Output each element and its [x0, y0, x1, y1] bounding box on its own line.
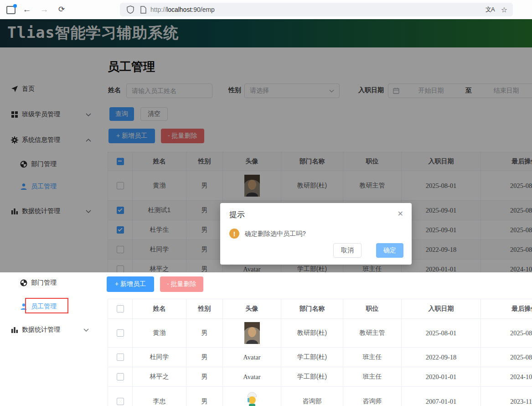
row-checkbox[interactable]	[117, 329, 124, 337]
url-scheme: http://	[150, 6, 166, 13]
cell-dept: 学工部(杜)	[281, 348, 343, 367]
cell-entry: 2020-01-01	[402, 367, 481, 386]
cell-job: 教研主管	[343, 319, 402, 347]
employee-cartoon-avatar	[245, 391, 259, 406]
add-employee-button[interactable]: + 新增员工	[107, 276, 154, 292]
table-header-row: 姓名 性别 头像 部门名称 职位 入职日期 最后操作时间	[108, 299, 532, 319]
cell-updated: 2023-11-17T16	[481, 387, 532, 406]
header-gender: 性别	[186, 299, 223, 318]
main-content: + 新增员工 - 批量删除 姓名 性别 头像 部门名称 职位 入职日期 最后操作…	[99, 272, 532, 406]
cell-job: 班主任	[343, 348, 402, 367]
header-job: 职位	[343, 299, 402, 318]
dialog-message: 确定删除选中员工吗?	[245, 230, 306, 238]
cell-gender: 男	[186, 319, 223, 347]
site-security-shield-icon	[127, 5, 134, 14]
table-row: 黄渤 男 教研部(杜) 教研主管 2025-08-01 2025-08-29T1…	[108, 319, 532, 348]
header-name: 姓名	[133, 299, 186, 318]
table-row: 李忠 男 咨询部 咨询师 2007-01-01 2023-11-17T16	[108, 387, 532, 406]
row-checkbox[interactable]	[117, 354, 124, 361]
row-checkbox[interactable]	[117, 373, 124, 380]
reload-button[interactable]: ⟳	[56, 4, 67, 16]
cell-name: 黄渤	[133, 319, 186, 347]
header-updated: 最后操作时间	[481, 299, 532, 318]
cell-avatar: Avatar	[223, 348, 281, 367]
batch-delete-button[interactable]: - 批量删除	[160, 276, 203, 292]
sidebar-item-label: 部门管理	[31, 279, 57, 287]
row-checkbox[interactable]	[117, 398, 124, 405]
table-row: 杜同学 男 Avatar 学工部(杜) 班主任 2022-09-18 2025-…	[108, 348, 532, 367]
cell-name: 杜同学	[133, 348, 186, 367]
browser-toolbar: ← → ⟳ http://localhost:90/emp 文A ☆	[0, 0, 532, 20]
bookmark-star-icon[interactable]: ☆	[501, 5, 507, 14]
cell-dept: 咨询部	[281, 387, 343, 406]
header-entry: 入职日期	[402, 299, 481, 318]
page-icon	[140, 6, 146, 14]
cell-dept: 教研部(杜)	[281, 319, 343, 347]
header-dept: 部门名称	[281, 299, 343, 318]
page-with-modal: Tlias智能学习辅助系统 首页 班级学员管理 系统信息管理 部门管理 员工管理…	[0, 19, 532, 272]
cell-updated: 2025-08-27T17	[481, 348, 532, 367]
cell-name: 林平之	[133, 367, 186, 386]
select-all-checkbox[interactable]	[117, 305, 124, 312]
sidebar: 部门管理 员工管理 数据统计管理	[0, 272, 100, 406]
warning-icon: !	[229, 229, 239, 239]
cell-dept: 学工部(杜)	[281, 367, 343, 386]
cell-gender: 男	[186, 367, 223, 386]
tab-notification-dot	[13, 4, 17, 8]
sidebar-item-stats[interactable]: 数据统计管理	[11, 324, 60, 335]
tab-icon[interactable]	[6, 6, 15, 14]
cell-gender: 男	[186, 348, 223, 367]
annotation-box	[25, 298, 68, 313]
cell-entry: 2007-01-01	[402, 387, 481, 406]
translate-icon[interactable]: 文A	[486, 5, 495, 14]
cell-entry: 2022-09-18	[402, 348, 481, 367]
cell-name: 李忠	[133, 387, 186, 406]
cell-avatar	[223, 387, 281, 406]
bar-chart-icon	[11, 326, 18, 333]
cancel-button[interactable]: 取消	[333, 243, 362, 258]
close-icon[interactable]: ✕	[398, 209, 403, 218]
forward-button[interactable]: →	[38, 4, 50, 16]
cell-avatar: Avatar	[223, 367, 281, 386]
aim-icon	[20, 279, 27, 286]
url-path: :90/emp	[191, 6, 215, 13]
dialog-title: 提示	[229, 209, 245, 220]
cell-entry: 2025-08-01	[402, 319, 481, 347]
employee-photo-avatar	[244, 322, 260, 344]
header-avatar: 头像	[223, 299, 281, 318]
page-second-capture: 部门管理 员工管理 数据统计管理 + 新增员工 - 批量删除 姓名 性别 头像 …	[0, 272, 532, 406]
url-host: localhost	[166, 6, 191, 13]
sidebar-item-label: 数据统计管理	[22, 326, 60, 334]
table-row: 林平之 男 Avatar 学工部(杜) 班主任 2020-01-01 2024-…	[108, 367, 532, 387]
chevron-down-icon	[83, 328, 89, 332]
url-text: http://localhost:90/emp	[150, 6, 215, 13]
employee-table: 姓名 性别 头像 部门名称 职位 入职日期 最后操作时间 黄渤 男 教研部(杜)…	[108, 299, 532, 406]
url-bar[interactable]: http://localhost:90/emp 文A ☆	[120, 3, 513, 16]
cell-avatar	[223, 319, 281, 347]
confirm-dialog: 提示 ✕ ! 确定删除选中员工吗? 取消 确定	[220, 203, 412, 265]
sidebar-item-dept[interactable]: 部门管理	[20, 277, 57, 288]
confirm-button[interactable]: 确定	[376, 243, 403, 258]
cell-job: 咨询师	[343, 387, 402, 406]
cell-job: 班主任	[343, 367, 402, 386]
app-root: { "colors": { "primary": "#409eff", "dan…	[0, 0, 532, 406]
cell-updated: 2025-08-29T19	[481, 319, 532, 347]
back-button[interactable]: ←	[21, 4, 33, 16]
cell-gender: 男	[186, 387, 223, 406]
cell-updated: 2024-10-01T00	[481, 367, 532, 386]
